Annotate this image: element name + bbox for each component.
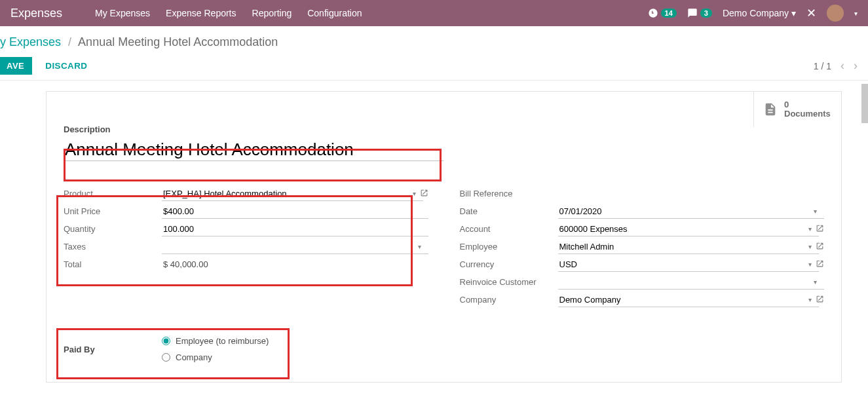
date-input[interactable]	[558, 204, 825, 219]
chat-badge[interactable]: 3	[687, 8, 712, 18]
paid-by-company-radio[interactable]	[162, 353, 170, 362]
account-label: Account	[460, 224, 558, 234]
currency-label: Currency	[460, 259, 558, 269]
breadcrumb-sep: /	[68, 35, 71, 48]
external-link-icon[interactable]	[816, 242, 824, 252]
bill-ref-label: Bill Reference	[460, 189, 558, 198]
documents-label: Documents	[784, 109, 831, 119]
pager-text: 1 / 1	[814, 61, 831, 71]
paid-by-employee[interactable]: Employee (to reimburse)	[162, 336, 269, 346]
date-label: Date	[460, 206, 558, 216]
topbar-right: 14 3 Demo Company ▾ ✕ ▾	[648, 5, 858, 22]
topbar: Expenses My Expenses Expense Reports Rep…	[0, 0, 868, 26]
external-link-icon[interactable]	[816, 224, 824, 235]
paid-by-company[interactable]: Company	[162, 352, 269, 362]
form-col-left: Product ▾ Unit Price Quantity Taxes	[64, 185, 428, 309]
employee-input[interactable]	[558, 240, 820, 254]
total-label: Total	[64, 259, 162, 269]
documents-count: 0	[784, 100, 831, 109]
close-icon[interactable]: ✕	[806, 6, 816, 20]
external-link-icon[interactable]	[816, 295, 824, 305]
breadcrumb-current: Annual Meeting Hotel Accommodation	[78, 35, 278, 48]
reinvoice-label: Reinvoice Customer	[460, 277, 558, 287]
description-input[interactable]	[64, 138, 443, 161]
employee-label: Employee	[460, 242, 558, 252]
clock-icon	[648, 8, 658, 18]
taxes-label: Taxes	[64, 242, 162, 252]
paid-by-employee-radio[interactable]	[162, 337, 170, 345]
avatar[interactable]	[827, 5, 844, 22]
save-button[interactable]: AVE	[0, 57, 32, 75]
form-sheet: 0 Documents Description Product ▾ Unit P…	[46, 91, 842, 383]
external-link-icon[interactable]	[816, 259, 824, 270]
unit-price-label: Unit Price	[64, 206, 162, 216]
nav-expense-reports[interactable]: Expense Reports	[166, 8, 236, 18]
product-label: Product	[64, 189, 162, 198]
app-name: Expenses	[10, 7, 62, 20]
chat-count: 3	[700, 9, 712, 18]
breadcrumb: y Expenses / Annual Meeting Hotel Accomm…	[0, 26, 868, 52]
company-label: Company	[460, 295, 558, 305]
nav-reporting[interactable]: Reporting	[252, 8, 292, 18]
form-col-right: Bill Reference Date ▾ Account ▾ Empl	[460, 185, 825, 309]
reinvoice-input[interactable]	[558, 275, 825, 290]
paid-by-label: Paid By	[64, 345, 162, 354]
paid-by-row: Paid By Employee (to reimburse) Company	[64, 336, 824, 362]
account-input[interactable]	[558, 222, 820, 236]
clock-count: 14	[661, 9, 677, 18]
nav-configuration[interactable]: Configuration	[307, 8, 362, 18]
user-caret-icon[interactable]: ▾	[854, 10, 858, 17]
currency-input[interactable]	[558, 257, 820, 272]
description-label: Description	[64, 124, 824, 134]
unit-price-input[interactable]	[162, 204, 428, 219]
quantity-input[interactable]	[162, 222, 428, 236]
product-input[interactable]	[162, 187, 423, 201]
pager-prev-icon[interactable]: ‹	[840, 59, 844, 73]
clock-badge[interactable]: 14	[648, 8, 677, 18]
total-value: $ 40,000.00	[162, 257, 210, 271]
company-switcher[interactable]: Demo Company ▾	[723, 8, 796, 18]
chat-icon	[687, 8, 698, 18]
documents-box[interactable]: 0 Documents	[753, 92, 841, 127]
company-input[interactable]	[558, 293, 820, 307]
external-link-icon[interactable]	[420, 189, 428, 199]
quantity-label: Quantity	[64, 224, 162, 234]
scrollbar-thumb[interactable]	[861, 84, 868, 123]
document-icon	[763, 101, 778, 118]
nav: My Expenses Expense Reports Reporting Co…	[95, 8, 648, 18]
taxes-input[interactable]	[162, 240, 428, 254]
breadcrumb-link[interactable]: y Expenses	[0, 35, 61, 48]
pager: 1 / 1 ‹ ›	[814, 59, 858, 73]
discard-button[interactable]: DISCARD	[45, 61, 87, 71]
pager-next-icon[interactable]: ›	[854, 59, 858, 73]
nav-my-expenses[interactable]: My Expenses	[95, 8, 150, 18]
paid-by-employee-text: Employee (to reimburse)	[176, 336, 269, 346]
paid-by-company-text: Company	[176, 352, 212, 362]
action-bar: AVE DISCARD 1 / 1 ‹ ›	[0, 57, 868, 81]
